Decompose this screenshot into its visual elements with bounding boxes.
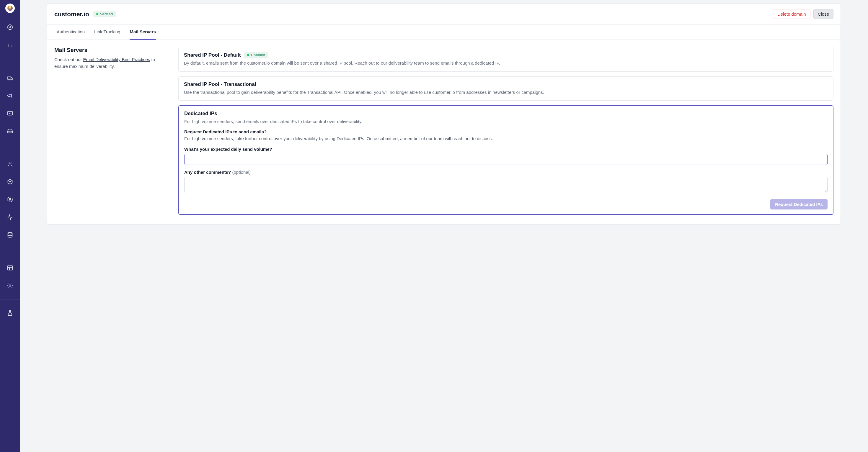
dashboard-icon[interactable] — [4, 21, 16, 33]
people-icon[interactable] — [4, 158, 16, 170]
inbox-icon[interactable] — [4, 125, 16, 137]
card-description: Use the transactional pool to gain deliv… — [184, 89, 828, 96]
panel-header: customer.io Verified Delete domain Close — [47, 4, 841, 24]
request-dedicated-ips-button[interactable]: Request Dedicated IPs — [770, 199, 828, 209]
card-title: Dedicated IPs — [184, 110, 217, 117]
tabs: Authentication Link Tracking Mail Server… — [47, 24, 841, 40]
layout-icon[interactable] — [4, 262, 16, 274]
svg-point-6 — [9, 162, 11, 164]
terminal-icon[interactable] — [4, 107, 16, 119]
card-shared-transactional: Shared IP Pool - Transactional Use the t… — [178, 76, 833, 101]
volume-input[interactable] — [184, 154, 828, 165]
settings-icon[interactable] — [4, 280, 16, 291]
deliverability-link[interactable]: Email Deliverability Best Practices — [83, 57, 150, 62]
logo[interactable] — [5, 4, 15, 13]
status-dot-icon — [96, 13, 98, 15]
card-shared-default: Shared IP Pool - Default Enabled By defa… — [178, 47, 833, 72]
svg-point-9 — [8, 232, 12, 234]
activity-icon[interactable] — [4, 211, 16, 223]
database-icon[interactable] — [4, 229, 16, 241]
card-title: Shared IP Pool - Default — [184, 52, 241, 58]
broadcast-icon[interactable] — [4, 90, 16, 101]
svg-point-8 — [9, 198, 11, 200]
form-heading: Request Dedicated IPs to send emails? — [184, 129, 828, 134]
enabled-badge: Enabled — [244, 52, 268, 58]
tab-mail-servers[interactable]: Mail Servers — [130, 25, 156, 40]
svg-rect-10 — [7, 266, 12, 270]
form-sub: For high volume senders, take further co… — [184, 135, 828, 142]
comments-label: Any other comments? (optional) — [184, 170, 828, 175]
status-dot-icon — [247, 54, 249, 56]
tab-authentication[interactable]: Authentication — [57, 25, 85, 40]
card-description: By default, emails sent from the custome… — [184, 60, 828, 67]
tab-link-tracking[interactable]: Link Tracking — [94, 25, 120, 40]
analytics-icon[interactable] — [4, 39, 16, 51]
segment-icon[interactable] — [4, 194, 16, 205]
main-content: customer.io Verified Delete domain Close… — [20, 0, 868, 452]
close-button[interactable]: Close — [813, 9, 833, 19]
section-intro: Mail Servers Check out our Email Deliver… — [54, 47, 166, 215]
sidebar — [0, 0, 20, 452]
card-title: Shared IP Pool - Transactional — [184, 82, 256, 87]
section-description: Check out our Email Deliverability Best … — [54, 56, 166, 70]
card-description: For high volume senders, send emails ove… — [184, 118, 828, 125]
comments-input[interactable] — [184, 177, 828, 193]
section-title: Mail Servers — [54, 47, 166, 54]
delivery-icon[interactable] — [4, 72, 16, 84]
svg-point-1 — [9, 27, 10, 28]
card-dedicated-ips: Dedicated IPs For high volume senders, s… — [178, 105, 833, 215]
package-icon[interactable] — [4, 176, 16, 188]
svg-point-11 — [9, 285, 11, 287]
domain-name: customer.io — [54, 11, 89, 18]
volume-label: What's your expected daily send volume? — [184, 147, 828, 152]
delete-domain-button[interactable]: Delete domain — [773, 9, 810, 19]
verified-badge: Verified — [93, 11, 116, 17]
experiment-icon[interactable] — [4, 307, 16, 319]
